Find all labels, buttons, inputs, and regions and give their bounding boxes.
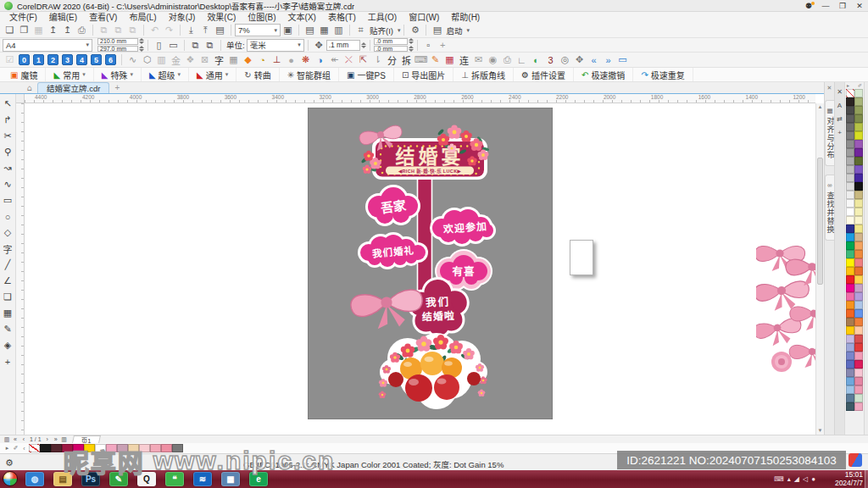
taskbar-app-icon[interactable]: ≋ [193,472,212,486]
document-tab[interactable]: 结婚宴立牌.cdr [37,82,109,93]
macro-icon[interactable]: ∿ [125,53,140,67]
color-swatch[interactable] [854,106,863,114]
color-swatch[interactable] [846,309,854,318]
color-swatch[interactable] [854,275,863,284]
macro-icon[interactable]: 拆 [399,53,414,67]
plugin-button[interactable]: ◣ 特殊 ▾ [94,68,142,81]
color-swatch[interactable] [854,199,863,208]
duplicate-y-field[interactable] [374,46,408,53]
color-swatch[interactable] [846,318,854,326]
plugin-button[interactable]: ↻ 转曲 ▾ [236,68,279,81]
document-page[interactable] [570,240,593,275]
view-toggle-icon[interactable]: ▥ [331,24,346,37]
color-swatch[interactable] [854,233,863,241]
document-color-swatch[interactable] [150,444,161,452]
color-swatch[interactable] [854,123,863,131]
macro-icon[interactable]: 金 [169,53,183,67]
tray-icon[interactable]: ⌨ [774,475,784,483]
page-nav-icon[interactable]: « [11,436,19,443]
content-icon[interactable]: ⤓ [184,24,198,37]
page-tab[interactable]: 页1 [72,435,101,443]
color-swatch[interactable] [854,216,863,225]
color-swatch[interactable] [854,309,863,318]
color-swatch[interactable] [854,97,863,106]
macro-icon[interactable]: ⇂ [370,53,385,67]
pasteboard-bows[interactable] [756,233,815,385]
color-swatch[interactable] [846,191,854,199]
plugin-button[interactable]: ⊡ 导出图片 ▾ [394,68,453,81]
toolbox-tool[interactable]: + [1,353,15,369]
plugin-button[interactable]: ▣ 一键PS ▾ [339,68,394,81]
color-swatch[interactable] [854,377,863,385]
color-swatch[interactable] [854,114,863,123]
color-swatch[interactable] [854,174,863,182]
color-swatch[interactable] [854,182,863,191]
color-swatch[interactable] [846,233,854,241]
color-swatch[interactable] [846,140,854,148]
color-swatch[interactable] [854,165,863,174]
color-swatch[interactable] [846,258,854,267]
page-width-field[interactable] [97,38,138,45]
color-swatch[interactable] [854,140,863,148]
docker-icon-tab[interactable]: A [837,102,842,109]
view-toggle-icon[interactable]: ▦ [317,24,331,37]
launch-icon[interactable]: ▤ [430,24,444,37]
macro-number-button[interactable]: 6 [105,54,116,65]
user-account-icon[interactable]: ⚉ [800,2,817,10]
snap-icon[interactable]: ⌗ [353,24,368,37]
macro-icon[interactable]: ∟ [515,53,529,67]
toolbox-tool[interactable]: 字 [1,241,15,257]
taskbar-app-icon[interactable]: e [249,472,268,486]
color-swatch[interactable] [846,174,854,182]
document-color-swatch[interactable] [172,444,183,452]
macro-icon[interactable]: ❋ [298,53,313,67]
document-color-swatch[interactable] [117,444,128,452]
document-color-swatch[interactable] [95,444,106,452]
toolbox-tool[interactable]: ↝ [1,160,15,176]
color-swatch[interactable] [846,326,854,335]
color-swatch[interactable] [854,318,863,326]
plugin-button[interactable]: ✳ 智能群组 ▾ [280,68,339,81]
plugin-button[interactable]: ⚙ 插件设置 ▾ [514,68,574,81]
color-swatch[interactable] [846,114,854,123]
horizontal-ruler[interactable]: 4400420040003800360034003200300028002600… [25,94,815,103]
content-icon[interactable]: ▤ [213,24,227,37]
taskbar-app-icon[interactable]: ◍ [25,472,44,486]
page-nav-icon[interactable]: » [52,436,60,443]
toolbox-tool[interactable]: ∠ [1,273,15,289]
macro-icon[interactable]: ✥ [572,53,587,67]
snap-button[interactable]: 贴齐(I) [370,25,393,36]
toolbox-tool[interactable]: ○ [1,208,15,225]
color-swatch[interactable] [846,208,854,216]
macro-icon[interactable]: ⊠ [198,53,212,67]
color-swatch[interactable] [846,335,854,343]
macro-icon[interactable]: ⌨ [414,53,428,67]
macro-icon[interactable]: 连 [457,53,471,67]
eyedropper-icon[interactable]: ✐ [12,445,19,452]
taskbar-app-icon[interactable]: Q [137,472,156,486]
document-color-swatch[interactable] [51,444,62,452]
duplicate-x-field[interactable] [374,38,408,45]
start-button[interactable] [3,471,18,486]
macro-number-button[interactable]: 0 [19,54,30,65]
toolbox-tool[interactable]: ▭ [1,192,15,208]
toolbox-tool[interactable]: ❏ [1,289,15,305]
toolbox-tool[interactable]: ↱ [1,112,15,128]
gear-icon[interactable]: ⚙ [408,24,422,37]
toolbar-icon[interactable]: ❏ [3,24,17,37]
color-swatch[interactable] [846,377,854,385]
macro-icon[interactable]: ⤬ [342,53,356,67]
new-tab-button[interactable]: + [114,82,120,93]
color-swatch[interactable] [854,292,863,301]
plugin-button[interactable]: ↶ 极速撤销 ▾ [574,68,633,81]
color-swatch[interactable] [846,241,854,250]
color-swatch[interactable] [854,352,863,360]
toolbox-tool[interactable]: ✎ [1,321,15,337]
color-swatch[interactable] [846,267,854,275]
toolbox-tool[interactable]: ╱ [1,257,15,273]
macro-icon[interactable]: ◑ [313,53,327,67]
taskbar-app-icon[interactable]: ✎ [109,472,128,486]
macro-icon[interactable]: ▦ [226,53,241,67]
docker-icon-tab[interactable]: + [837,129,842,136]
menu-item[interactable]: 布局(L) [123,12,162,23]
